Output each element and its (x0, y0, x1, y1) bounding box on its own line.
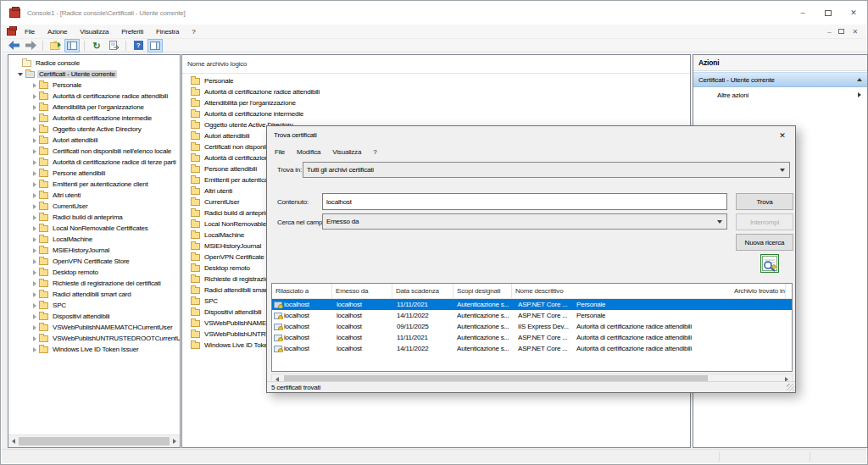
tree-item-certificates-current-user[interactable]: Certificati - Utente corrente (8, 69, 180, 80)
chevron-right-icon[interactable] (33, 248, 36, 253)
content-input[interactable]: localhost (322, 193, 727, 210)
dialog-titlebar[interactable]: Trova certificati ✕ (267, 126, 795, 144)
tree-item[interactable]: Oggetto utente Active Directory (8, 124, 180, 135)
chevron-right-icon[interactable] (33, 292, 36, 297)
tree-item[interactable]: Windows Live ID Token Issuer (8, 344, 180, 355)
results-column-header[interactable]: Archivio trovato in (731, 284, 786, 298)
menu-item[interactable]: Finestra (156, 28, 179, 36)
back-icon[interactable] (7, 40, 20, 52)
tree-item[interactable]: Radici build di anteprima (8, 212, 180, 223)
tree-item[interactable]: Autorità di certificazione radice di ter… (8, 157, 180, 168)
scroll-left-icon[interactable] (12, 439, 15, 444)
tree-item[interactable]: Dispositivi attendibili (8, 311, 180, 322)
tree-item[interactable]: Personale (8, 80, 180, 91)
menu-item[interactable]: ? (192, 28, 195, 36)
find-in-combobox[interactable]: Tutti gli archivi certificati (303, 162, 790, 178)
chevron-right-icon[interactable] (33, 325, 36, 330)
search-field-combobox[interactable]: Emesso da (322, 213, 727, 230)
tree-item[interactable]: Certificati non disponibili nell'elenco … (8, 146, 180, 157)
results-column-header[interactable]: Data scadenza (392, 284, 453, 298)
chevron-right-icon[interactable] (33, 259, 36, 264)
dialog-menu-item[interactable]: Modifica (297, 148, 320, 156)
mdi-restore-button[interactable] (838, 29, 844, 34)
menu-item[interactable]: Preferiti (121, 28, 143, 36)
refresh-icon[interactable]: ↻ (90, 40, 103, 52)
forward-icon[interactable] (24, 40, 37, 52)
tree-item[interactable]: Autorità di certificazione radice attend… (8, 91, 180, 102)
tree-item[interactable]: Autori attendibili (8, 135, 180, 146)
dialog-menu-item[interactable]: File (275, 148, 285, 156)
chevron-right-icon[interactable] (33, 149, 36, 154)
chevron-right-icon[interactable] (33, 127, 36, 132)
tree-item[interactable]: CurrentUser (8, 201, 180, 212)
results-column-header[interactable]: Emesso da (332, 284, 392, 298)
chevron-right-icon[interactable] (33, 83, 36, 88)
menu-item[interactable]: File (25, 28, 35, 36)
tree-item[interactable]: VSWebPublishNAMEMATCHCurrentUser (8, 322, 180, 333)
minimize-button[interactable]: – (790, 2, 815, 24)
result-row[interactable]: localhost localhost 11/11/2021 Autentica… (272, 332, 792, 343)
dialog-menu-item[interactable]: ? (373, 148, 376, 156)
chevron-right-icon[interactable] (33, 105, 36, 110)
chevron-right-icon[interactable] (33, 303, 36, 308)
chevron-right-icon[interactable] (33, 270, 36, 275)
menu-item[interactable]: Visualizza (80, 28, 108, 36)
actions-section-bar[interactable]: Certificati - Utente corrente (693, 72, 867, 87)
tree-item[interactable]: MSIEHistoryJournal (8, 245, 180, 256)
tree-item-root[interactable]: Radice console (8, 58, 180, 69)
tree-item[interactable]: Local NonRemovable Certificates (8, 223, 180, 234)
close-button[interactable]: ✕ (841, 2, 866, 24)
chevron-right-icon[interactable] (33, 138, 36, 143)
mdi-close-button[interactable]: ✕ (852, 28, 858, 36)
tree-item[interactable]: VSWebPublishUNTRUSTEDROOTCurrentUser (8, 333, 180, 344)
action-pane-icon[interactable] (148, 40, 162, 52)
tree-item[interactable]: Autorità di certificazione intermedie (8, 113, 180, 124)
list-item[interactable]: Personale (182, 75, 690, 86)
chevron-right-icon[interactable] (33, 336, 36, 341)
chevron-down-icon[interactable] (18, 73, 23, 76)
list-item[interactable]: Attendibilità per l'organizzazione (182, 97, 690, 108)
chevron-right-icon[interactable] (33, 215, 36, 220)
show-console-tree-icon[interactable] (65, 40, 79, 52)
chevron-right-icon[interactable] (33, 226, 36, 231)
mdi-minimize-button[interactable]: – (827, 28, 831, 36)
list-column-header[interactable]: Nome archivio logico (182, 55, 690, 74)
results-column-header[interactable]: Nome descrittivo (512, 284, 731, 298)
list-item[interactable]: Autorità di certificazione intermedie (182, 108, 690, 119)
tree-item[interactable]: SPC (8, 300, 180, 311)
chevron-right-icon[interactable] (33, 347, 36, 352)
result-row[interactable]: localhost localhost 14/11/2022 Autentica… (272, 310, 792, 321)
tree-item[interactable]: Persone attendibili (8, 168, 180, 179)
chevron-right-icon[interactable] (33, 281, 36, 286)
tree-item[interactable]: Desktop remoto (8, 267, 180, 278)
menu-item[interactable]: Azione (47, 28, 67, 36)
dialog-close-button[interactable]: ✕ (770, 126, 795, 144)
tree-horizontal-scrollbar[interactable] (8, 435, 180, 447)
result-row[interactable]: localhost localhost 09/11/2025 Autentica… (272, 321, 792, 332)
tree-item[interactable]: Radici attendibili smart card (8, 289, 180, 300)
more-actions-item[interactable]: Altre azioni (693, 87, 867, 102)
results-column-header[interactable]: Rilasciato a (272, 284, 332, 298)
scroll-right-icon[interactable] (173, 439, 176, 444)
scrollbar-thumb[interactable] (19, 437, 170, 446)
new-search-button[interactable]: Nuova ricerca (736, 234, 793, 251)
chevron-right-icon[interactable] (33, 160, 36, 165)
tree-item[interactable]: Emittenti per autenticazione client (8, 179, 180, 190)
chevron-right-icon[interactable] (33, 193, 36, 198)
tree-item[interactable]: LocalMachine (8, 234, 180, 245)
dialog-menu-item[interactable]: Visualizza (332, 148, 361, 156)
export-list-icon[interactable] (107, 40, 120, 52)
find-button[interactable]: Trova (736, 193, 793, 210)
resize-grip[interactable] (787, 384, 794, 391)
tree-item[interactable]: OpenVPN Certificate Store (8, 256, 180, 267)
results-column-header[interactable]: Scopi designati (453, 284, 512, 298)
chevron-right-icon[interactable] (33, 94, 36, 99)
chevron-right-icon[interactable] (33, 314, 36, 319)
help-icon[interactable]: ? (131, 40, 145, 52)
chevron-right-icon[interactable] (33, 171, 36, 176)
collapse-icon[interactable] (857, 78, 862, 81)
result-row[interactable]: localhost localhost 14/11/2022 Autentica… (272, 343, 792, 354)
chevron-right-icon[interactable] (33, 116, 36, 121)
result-row[interactable]: localhost localhost 11/11/2021 Autentica… (272, 299, 792, 310)
export-folder-icon[interactable] (48, 40, 62, 52)
